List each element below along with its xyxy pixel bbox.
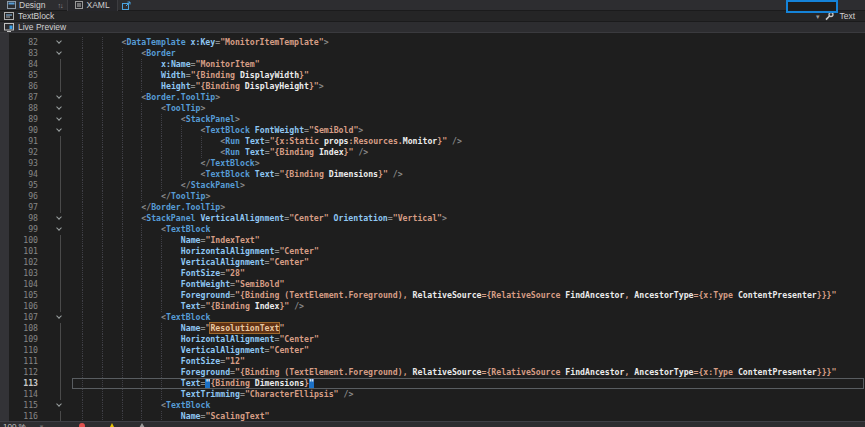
tab-design[interactable]: Design bbox=[0, 0, 52, 11]
code-line[interactable]: 93</TextBlock> bbox=[0, 158, 865, 169]
code-line[interactable]: 112Foreground="{Binding (TextElement.For… bbox=[0, 367, 865, 378]
code-line[interactable]: 100Name="IndexText" bbox=[0, 235, 865, 246]
code-token: Dimensions bbox=[255, 378, 304, 388]
fold-margin[interactable] bbox=[46, 92, 70, 103]
code-line[interactable]: 116Name="ScalingText" bbox=[0, 411, 865, 421]
code-line[interactable]: 89<StackPanel> bbox=[0, 114, 865, 125]
breadcrumb-element-item[interactable]: TextBlock bbox=[4, 11, 54, 22]
code-line[interactable]: 110VerticalAlignment="Center" bbox=[0, 345, 865, 356]
code-token: x:Key bbox=[191, 37, 216, 47]
outline-region-line bbox=[60, 411, 61, 421]
code-token: Text bbox=[255, 169, 275, 179]
code-line[interactable]: 109HorizontalAlignment="Center" bbox=[0, 334, 865, 345]
outline-region-line bbox=[60, 136, 61, 147]
code-line[interactable]: 106Text="{Binding Index}" /> bbox=[0, 301, 865, 312]
fold-chevron-icon[interactable] bbox=[56, 38, 62, 44]
fold-chevron-icon[interactable] bbox=[56, 225, 62, 231]
tab-xaml[interactable]: XAML bbox=[67, 0, 117, 11]
code-line[interactable]: 91<Run Text="{x:Static props:Resources.M… bbox=[0, 136, 865, 147]
code-line[interactable]: 115<TextBlock bbox=[0, 400, 865, 411]
outline-region-line bbox=[60, 356, 61, 367]
code-line[interactable]: 114TextTrimming="CharacterEllipsis" /> bbox=[0, 389, 865, 400]
code-line[interactable]: 84x:Name="MonitorItem" bbox=[0, 59, 865, 70]
fold-margin bbox=[46, 290, 70, 301]
code-line[interactable]: 103FontSize="28" bbox=[0, 268, 865, 279]
fold-margin bbox=[46, 389, 70, 400]
fold-chevron-icon[interactable] bbox=[56, 313, 62, 319]
fold-margin[interactable] bbox=[46, 103, 70, 114]
code-line[interactable]: 105Foreground="{Binding (TextElement.For… bbox=[0, 290, 865, 301]
focused-control-outline[interactable] bbox=[786, 0, 838, 13]
code-line[interactable]: 88<ToolTip> bbox=[0, 103, 865, 114]
code-line[interactable]: 104FontWeight="SemiBold" bbox=[0, 279, 865, 290]
code-line[interactable]: 85Width="{Binding DisplayWidth}" bbox=[0, 70, 865, 81]
fold-chevron-icon[interactable] bbox=[56, 115, 62, 121]
fold-chevron-icon[interactable] bbox=[56, 93, 62, 99]
code-line[interactable]: 99<TextBlock bbox=[0, 224, 865, 235]
live-preview-bar[interactable]: Live Preview bbox=[0, 22, 865, 33]
code-text: <TextBlock bbox=[70, 224, 865, 235]
code-token: TextBlock bbox=[210, 158, 254, 168]
code-line[interactable]: 96</ToolTip> bbox=[0, 191, 865, 202]
code-editor[interactable]: 82<DataTemplate x:Key="MonitorItemTempla… bbox=[0, 33, 865, 421]
code-token: /> bbox=[289, 301, 304, 311]
code-area: x:Name="MonitorItem" bbox=[70, 59, 865, 70]
code-line[interactable]: 108Name="ResolutionText" bbox=[0, 323, 865, 334]
code-line[interactable]: 94<TextBlock Text="{Binding Dimensions}"… bbox=[0, 169, 865, 180]
code-token: Index bbox=[255, 301, 280, 311]
code-area: VerticalAlignment="Center" bbox=[70, 345, 865, 356]
code-line[interactable]: 107<TextBlock bbox=[0, 312, 865, 323]
code-line[interactable]: 98<StackPanel VerticalAlignment="Center"… bbox=[0, 213, 865, 224]
code-token: > bbox=[215, 92, 220, 102]
code-text: Text="{Binding Index}" /> bbox=[70, 301, 865, 312]
code-line[interactable]: 113Text="{Binding Dimensions}" bbox=[0, 378, 865, 389]
outline-region-line bbox=[60, 180, 61, 191]
fold-margin[interactable] bbox=[46, 37, 70, 48]
fold-margin[interactable] bbox=[46, 213, 70, 224]
fold-margin[interactable] bbox=[46, 400, 70, 411]
popout-button[interactable] bbox=[118, 1, 135, 10]
code-line[interactable]: 102VerticalAlignment="Center" bbox=[0, 257, 865, 268]
message-icon[interactable] bbox=[139, 423, 145, 427]
line-number: 106 bbox=[0, 301, 46, 312]
line-number: 96 bbox=[0, 191, 46, 202]
fold-chevron-icon[interactable] bbox=[56, 401, 62, 407]
error-icon[interactable] bbox=[79, 423, 85, 427]
code-line[interactable]: 92<Run Text="{Binding Index}" /> bbox=[0, 147, 865, 158]
code-token: > bbox=[200, 103, 205, 113]
code-line[interactable]: 101HorizontalAlignment="Center" bbox=[0, 246, 865, 257]
code-line[interactable]: 90<TextBlock FontWeight="SemiBold"> bbox=[0, 125, 865, 136]
warning-icon[interactable] bbox=[109, 423, 115, 427]
line-number: 83 bbox=[0, 48, 46, 59]
code-line[interactable]: 87<Border.ToolTip> bbox=[0, 92, 865, 103]
code-text: Foreground="{Binding (TextElement.Foregr… bbox=[70, 290, 865, 301]
code-token: }" bbox=[299, 70, 309, 80]
code-line[interactable]: 82<DataTemplate x:Key="MonitorItemTempla… bbox=[0, 37, 865, 48]
code-line[interactable]: 111FontSize="12" bbox=[0, 356, 865, 367]
code-line[interactable]: 97</Border.ToolTip> bbox=[0, 202, 865, 213]
code-line[interactable]: 83<Border bbox=[0, 48, 865, 59]
fold-margin[interactable] bbox=[46, 312, 70, 323]
code-line[interactable]: 95</StackPanel> bbox=[0, 180, 865, 191]
fold-margin[interactable] bbox=[46, 224, 70, 235]
swap-panes-button[interactable]: ↑↓ bbox=[52, 0, 67, 11]
code-token: AncestorType bbox=[634, 367, 693, 377]
fold-margin[interactable] bbox=[46, 114, 70, 125]
code-area: <StackPanel VerticalAlignment="Center" O… bbox=[70, 213, 865, 224]
code-text: VerticalAlignment="Center" bbox=[70, 345, 865, 356]
fold-chevron-icon[interactable] bbox=[56, 126, 62, 132]
fold-chevron-icon[interactable] bbox=[56, 104, 62, 110]
fold-chevron-icon[interactable] bbox=[56, 214, 62, 220]
line-number: 109 bbox=[0, 334, 46, 345]
code-line[interactable]: 86Height="{Binding DisplayHeight}"> bbox=[0, 81, 865, 92]
fold-margin[interactable] bbox=[46, 125, 70, 136]
code-area: </StackPanel> bbox=[70, 180, 865, 191]
line-number: 105 bbox=[0, 290, 46, 301]
fold-margin[interactable] bbox=[46, 48, 70, 59]
code-token: x:Name bbox=[161, 59, 191, 69]
code-token: }" bbox=[309, 81, 319, 91]
line-number: 112 bbox=[0, 367, 46, 378]
code-token: }}}" bbox=[817, 290, 837, 300]
fold-chevron-icon[interactable] bbox=[56, 49, 62, 55]
zoom-level[interactable]: 100 % bbox=[3, 422, 26, 427]
